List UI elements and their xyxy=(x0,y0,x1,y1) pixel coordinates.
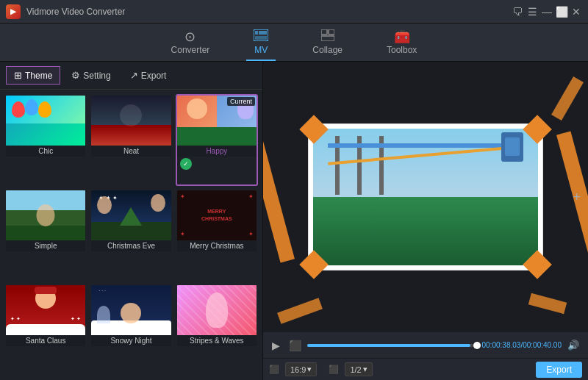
current-badge: Current xyxy=(227,97,255,106)
sub-tabs: ⊞ Theme ⚙ Setting ↗ Export xyxy=(0,62,262,90)
theme-item-happy[interactable]: Current ✓ Happy xyxy=(176,94,258,186)
aspect-controls: ⬛ 16:9 ▾ ⬛ 1/2 ▾ Export xyxy=(263,358,588,380)
theme-label-santa-claus: Santa Claus xyxy=(6,335,85,346)
subtab-export-label: Export xyxy=(141,71,167,81)
stop-button[interactable]: ⬛ xyxy=(286,338,304,353)
theme-label-chic: Chic xyxy=(6,146,85,157)
nav-tabs: ⊙ Converter MV Collage 🧰 Toolbox xyxy=(0,24,588,62)
subtab-setting[interactable]: ⚙ Setting xyxy=(63,66,118,85)
theme-thumb-stripes-waves xyxy=(177,285,257,335)
time-display: 00:00:38.03/00:00:40.00 xyxy=(482,341,562,349)
theme-item-neat[interactable]: Neat xyxy=(90,94,172,186)
theme-item-chic[interactable]: Chic xyxy=(4,94,87,186)
collage-icon xyxy=(321,29,334,43)
theme-label-neat: Neat xyxy=(91,146,171,157)
theme-thumb-christmas-eve: ✦ ✦ ✦ xyxy=(91,190,171,240)
tab-converter-label: Converter xyxy=(171,45,210,55)
theme-item-simple[interactable]: Simple xyxy=(4,189,87,281)
add-media-icon[interactable]: + xyxy=(573,189,581,204)
preview-video-content xyxy=(313,129,538,265)
export-button[interactable]: Export xyxy=(536,362,582,378)
theme-thumb-simple xyxy=(6,190,85,240)
tab-mv[interactable]: MV xyxy=(246,25,276,61)
tab-collage-label: Collage xyxy=(312,45,343,55)
subtab-theme-label: Theme xyxy=(25,71,52,81)
theme-item-snowy-night[interactable]: · · · Snowy Night xyxy=(90,284,172,376)
aspect-ratio-label: 16:9 xyxy=(290,365,306,374)
aspect-icon: ⬛ xyxy=(269,365,279,374)
tab-toolbox-label: Toolbox xyxy=(387,45,417,55)
theme-item-stripes-waves[interactable]: Stripes & Waves xyxy=(176,284,258,376)
preview-frame xyxy=(308,123,543,270)
theme-thumb-santa-claus: ✦ ✦ ✦ ✦ xyxy=(6,285,85,335)
right-panel: + ▶ ⬛ 00:00:38.03/00:00:40.00 🔊 ⬛ 16:9 ▾… xyxy=(263,62,588,380)
preview-inner xyxy=(308,123,543,270)
subtab-export[interactable]: ↗ Export xyxy=(122,66,175,85)
theme-label-stripes-waves: Stripes & Waves xyxy=(177,335,257,346)
mv-icon xyxy=(254,29,268,43)
title-bar: ▶ Vidmore Video Converter 🗨 ☰ — ⬜ ✕ xyxy=(0,0,588,24)
aspect-ratio-dropdown[interactable]: 16:9 ▾ xyxy=(285,362,317,376)
theme-item-santa-claus[interactable]: ✦ ✦ ✦ ✦ Santa Claus xyxy=(4,284,87,376)
left-panel: ⊞ Theme ⚙ Setting ↗ Export xyxy=(0,62,263,380)
progress-bar[interactable] xyxy=(307,344,479,347)
video-preview: + xyxy=(263,62,588,331)
aspect-dropdown-chevron: ▾ xyxy=(307,365,312,374)
svg-rect-3 xyxy=(321,36,334,41)
theme-item-merry-christmas[interactable]: MERRYCHRiSTMAS ✦ ✦ ✦ ✦ Merry Christmas xyxy=(176,189,258,281)
check-icon: ✓ xyxy=(183,160,189,168)
theme-label-merry-christmas: Merry Christmas xyxy=(177,240,257,251)
svg-rect-2 xyxy=(329,29,334,35)
progress-fill xyxy=(307,344,470,347)
volume-button[interactable]: 🔊 xyxy=(564,338,582,352)
theme-label-happy: Happy xyxy=(177,146,257,157)
tab-toolbox[interactable]: 🧰 Toolbox xyxy=(379,26,424,61)
theme-thumb-snowy-night: · · · xyxy=(91,285,171,335)
theme-label-christmas-eve: Christmas Eve xyxy=(91,240,171,251)
theme-label-simple: Simple xyxy=(6,240,85,251)
menu-icon[interactable]: ☰ xyxy=(526,6,538,18)
theme-thumb-merry-christmas: MERRYCHRiSTMAS ✦ ✦ ✦ ✦ xyxy=(177,190,257,240)
setting-gear-icon: ⚙ xyxy=(71,70,80,81)
converter-icon: ⊙ xyxy=(184,30,196,43)
theme-item-christmas-eve[interactable]: ✦ ✦ ✦ Christmas Eve xyxy=(90,189,172,281)
svg-rect-1 xyxy=(321,29,327,35)
tab-mv-label: MV xyxy=(254,45,268,55)
subtab-setting-label: Setting xyxy=(83,71,110,81)
tab-converter[interactable]: ⊙ Converter xyxy=(164,26,218,61)
maximize-button[interactable]: ⬜ xyxy=(556,6,567,18)
playback-controls: ▶ ⬛ 00:00:38.03/00:00:40.00 🔊 xyxy=(263,331,588,358)
minimize-button[interactable]: — xyxy=(541,6,553,18)
theme-thumb-chic xyxy=(6,96,85,146)
theme-grid: Chic Neat xyxy=(0,90,262,380)
subtab-theme[interactable]: ⊞ Theme xyxy=(6,66,60,85)
window-controls: 🗨 ☰ — ⬜ ✕ xyxy=(512,6,582,18)
app-title: Vidmore Video Converter xyxy=(26,7,512,17)
toolbox-icon: 🧰 xyxy=(394,30,410,43)
theme-label-snowy-night: Snowy Night xyxy=(91,335,171,346)
theme-grid-icon: ⊞ xyxy=(14,70,22,81)
tab-collage[interactable]: Collage xyxy=(305,25,350,61)
chat-icon[interactable]: 🗨 xyxy=(512,6,523,18)
app-logo: ▶ xyxy=(6,4,21,19)
clip-count-dropdown[interactable]: 1/2 ▾ xyxy=(345,362,372,376)
check-badge: ✓ xyxy=(180,158,192,170)
clip-dropdown-chevron: ▾ xyxy=(363,365,368,374)
play-button[interactable]: ▶ xyxy=(269,338,283,353)
close-button[interactable]: ✕ xyxy=(570,6,582,18)
main-area: ⊞ Theme ⚙ Setting ↗ Export xyxy=(0,62,588,380)
export-arrow-icon: ↗ xyxy=(130,70,138,81)
clip-count-label: 1/2 xyxy=(350,365,361,374)
progress-thumb xyxy=(473,342,481,349)
clip-icon: ⬛ xyxy=(329,365,339,374)
theme-thumb-neat xyxy=(91,96,171,146)
